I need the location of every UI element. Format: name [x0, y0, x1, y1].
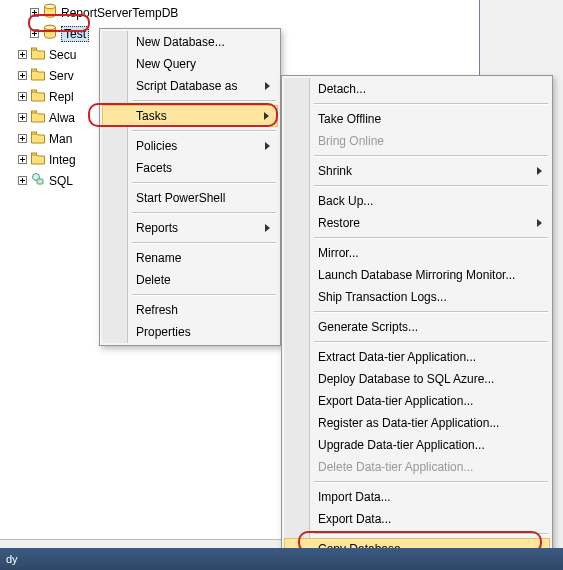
menu-item[interactable]: Reports	[102, 217, 278, 239]
expand-toggle[interactable]	[18, 71, 30, 80]
submenu-arrow-icon	[264, 112, 269, 120]
menu-item-label: Tasks	[136, 109, 167, 123]
menu-item[interactable]: Take Offline	[284, 108, 550, 130]
menu-item-label: Launch Database Mirroring Monitor...	[318, 268, 515, 282]
menu-item[interactable]: Import Data...	[284, 486, 550, 508]
database-context-menu: New Database...New QueryScript Database …	[99, 28, 281, 346]
menu-separator	[314, 185, 548, 187]
tree-item[interactable]: ReportServerTempDB	[4, 2, 479, 23]
svg-rect-21	[32, 90, 37, 92]
tree-item-label: Test	[61, 26, 89, 42]
menu-item[interactable]: Upgrade Data-tier Application...	[284, 434, 550, 456]
menu-item: Bring Online	[284, 130, 550, 152]
menu-separator	[132, 130, 276, 132]
menu-item-label: Script Database as	[136, 79, 237, 93]
expand-toggle[interactable]	[18, 113, 30, 122]
menu-item-label: Restore	[318, 216, 360, 230]
menu-item[interactable]: Script Database as	[102, 75, 278, 97]
menu-item[interactable]: New Database...	[102, 31, 278, 53]
tree-item-label: Integ	[49, 153, 76, 167]
menu-item[interactable]: Policies	[102, 135, 278, 157]
menu-item-label: Reports	[136, 221, 178, 235]
menu-item[interactable]: Launch Database Mirroring Monitor...	[284, 264, 550, 286]
expand-toggle[interactable]	[18, 176, 30, 185]
folder-icon	[30, 66, 49, 85]
menu-separator	[314, 237, 548, 239]
svg-rect-13	[32, 48, 37, 50]
menu-item-label: Ship Transaction Logs...	[318, 290, 447, 304]
menu-item-label: Back Up...	[318, 194, 373, 208]
menu-separator	[132, 212, 276, 214]
tree-item-label: Repl	[49, 90, 74, 104]
menu-item-label: Properties	[136, 325, 191, 339]
menu-separator	[132, 100, 276, 102]
menu-item[interactable]: New Query	[102, 53, 278, 75]
submenu-arrow-icon	[265, 142, 270, 150]
menu-item[interactable]: Deploy Database to SQL Azure...	[284, 368, 550, 390]
menu-item-label: Start PowerShell	[136, 191, 225, 205]
menu-item-label: Mirror...	[318, 246, 359, 260]
menu-separator	[314, 311, 548, 313]
svg-rect-29	[32, 132, 37, 134]
menu-item[interactable]: Tasks	[102, 105, 278, 127]
svg-rect-25	[32, 111, 37, 113]
tree-item-label: ReportServerTempDB	[61, 6, 178, 20]
expand-toggle[interactable]	[30, 8, 42, 17]
menu-item-label: Generate Scripts...	[318, 320, 418, 334]
menu-item-label: Take Offline	[318, 112, 381, 126]
menu-item[interactable]: Export Data-tier Application...	[284, 390, 550, 412]
menu-item[interactable]: Shrink	[284, 160, 550, 182]
expand-toggle[interactable]	[30, 29, 42, 38]
expand-toggle[interactable]	[18, 50, 30, 59]
svg-point-4	[45, 4, 56, 8]
menu-item[interactable]: Mirror...	[284, 242, 550, 264]
expand-toggle[interactable]	[18, 155, 30, 164]
menu-item-label: Extract Data-tier Application...	[318, 350, 476, 364]
menu-item-label: New Query	[136, 57, 196, 71]
menu-item[interactable]: Generate Scripts...	[284, 316, 550, 338]
menu-item-label: Import Data...	[318, 490, 391, 504]
menu-item-label: Shrink	[318, 164, 352, 178]
menu-item[interactable]: Facets	[102, 157, 278, 179]
menu-item-label: Rename	[136, 251, 181, 265]
expand-toggle[interactable]	[18, 134, 30, 143]
menu-separator	[314, 341, 548, 343]
menu-item[interactable]: Detach...	[284, 78, 550, 100]
menu-item[interactable]: Extract Data-tier Application...	[284, 346, 550, 368]
sql-icon	[30, 171, 49, 190]
menu-separator	[314, 155, 548, 157]
menu-separator	[132, 294, 276, 296]
submenu-arrow-icon	[265, 82, 270, 90]
tree-item-label: Alwa	[49, 111, 75, 125]
folder-icon	[30, 129, 49, 148]
folder-icon	[30, 45, 49, 64]
menu-separator	[132, 242, 276, 244]
menu-item[interactable]: Refresh	[102, 299, 278, 321]
menu-item[interactable]: Restore	[284, 212, 550, 234]
expand-toggle[interactable]	[18, 92, 30, 101]
submenu-arrow-icon	[265, 224, 270, 232]
menu-separator	[314, 103, 548, 105]
folder-icon	[30, 87, 49, 106]
menu-separator	[314, 533, 548, 535]
menu-item[interactable]: Back Up...	[284, 190, 550, 212]
menu-item-label: Facets	[136, 161, 172, 175]
svg-rect-38	[37, 179, 43, 184]
menu-separator	[314, 481, 548, 483]
menu-item[interactable]: Properties	[102, 321, 278, 343]
menu-item[interactable]: Export Data...	[284, 508, 550, 530]
submenu-arrow-icon	[537, 167, 542, 175]
menu-item[interactable]: Register as Data-tier Application...	[284, 412, 550, 434]
menu-item[interactable]: Rename	[102, 247, 278, 269]
menu-item-label: Policies	[136, 139, 177, 153]
menu-item[interactable]: Start PowerShell	[102, 187, 278, 209]
menu-item-label: Register as Data-tier Application...	[318, 416, 499, 430]
menu-item[interactable]: Ship Transaction Logs...	[284, 286, 550, 308]
menu-item-label: Refresh	[136, 303, 178, 317]
menu-item[interactable]: Delete	[102, 269, 278, 291]
tree-item-label: Serv	[49, 69, 74, 83]
tree-item-label: SQL	[49, 174, 73, 188]
menu-item-label: New Database...	[136, 35, 225, 49]
menu-item-label: Export Data...	[318, 512, 391, 526]
svg-rect-17	[32, 69, 37, 71]
